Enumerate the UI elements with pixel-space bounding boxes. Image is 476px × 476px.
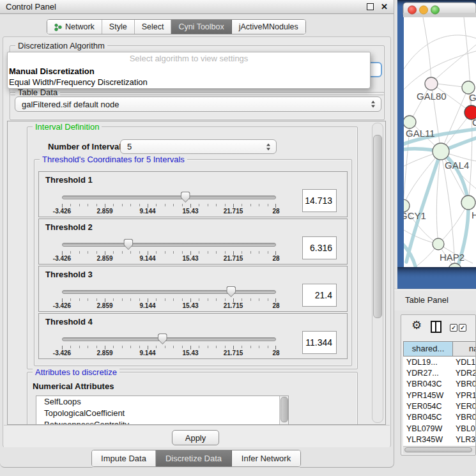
column-selector-icon[interactable] [431,321,441,333]
node-label: C [472,117,476,128]
tab-impute-data[interactable]: Impute Data [92,450,156,466]
threshold-1-value-field[interactable]: 14.713 [302,189,337,212]
horizontal-scrollbar[interactable] [403,446,476,454]
numerical-attributes-label: Numerical Attributes [33,381,114,391]
tab-infer-network[interactable]: Infer Network [232,450,300,466]
popup-option-equal-width[interactable]: Equal Width/Frequency Discretization [8,77,370,88]
close-traffic-light[interactable] [408,6,417,14]
table-row[interactable]: YPR145WYPR1 [403,390,476,401]
button-bar: Apply [4,425,390,447]
threshold-4-row: Threshold 4 -3.4262.8599.14415.4321.7152… [38,313,348,359]
node-h[interactable] [461,196,475,210]
list-scrollbar[interactable] [279,396,288,425]
algorithm-dropdown-popup: Select algorithm to view settings Manual… [7,52,371,89]
tab-label: Select [142,20,164,34]
screen: Control Panel ✕ Network Style Select Cyn… [0,0,476,476]
slider-ticks [62,298,276,301]
group-title: Threshold's Coordinates for 5 Intervals [40,155,187,164]
scrollbar-thumb[interactable] [373,135,382,318]
thresholds-group: Threshold's Coordinates for 5 Intervals … [34,159,352,366]
network-icon [54,23,62,31]
slider-scale: -3.4262.8599.14415.4321.71528 [62,208,276,215]
combobox-value: 5 [127,140,132,153]
apply-button[interactable]: Apply [172,430,219,445]
threshold-3-row: Threshold 3 -3.4262.8599.14415.4321.7152… [38,266,348,312]
threshold-1-row: Threshold 1 -3.4262.8599.14415.4321.7152… [38,171,348,217]
threshold-2-value-field[interactable]: 6.316 [302,236,337,259]
node-label: G [469,92,476,103]
threshold-label: Threshold 2 [45,222,93,232]
minimize-traffic-light[interactable] [420,6,428,14]
zoom-traffic-light[interactable] [431,6,440,14]
node-label: H [472,210,476,220]
table-row[interactable]: YBR045CYBR0 [403,412,476,423]
num-intervals-label: Number of Intervals [48,142,126,151]
threshold-4-slider[interactable]: -3.4262.8599.14415.4321.71528 [62,333,276,357]
scrollbar-thumb[interactable] [280,397,288,422]
float-window-icon[interactable] [367,3,374,10]
cyni-toolbox-panel: Discretization Algorithm Table Data galF… [3,36,391,447]
node-gal4[interactable] [433,143,449,160]
close-icon[interactable]: ✕ [381,3,388,11]
tab-cyni-toolbox[interactable]: Cyni Toolbox [171,20,231,34]
attributes-group: Attributes to discretize Numerical Attri… [27,372,358,425]
node-gal80[interactable] [425,77,438,90]
bottom-tab-bar: Impute Data Discretize Data Infer Networ… [91,450,301,467]
frame-bottom-shade [397,267,476,279]
tab-jactivemnodules[interactable]: jActiveMNodules [232,20,305,34]
node-label: GAL11 [406,128,435,139]
slider-ticks [62,251,276,254]
threshold-3-slider[interactable]: -3.4262.8599.14415.4321.71528 [62,286,276,310]
list-item[interactable]: SelfLoops [36,396,288,408]
slider-track[interactable] [62,243,276,247]
checkbox-icon[interactable]: ✓ [459,324,466,332]
table-data-combobox[interactable]: galFiltered.sif default node [15,96,381,112]
table-row[interactable]: YDR27...YDR2 [403,367,476,378]
threshold-label: Threshold 1 [45,175,93,185]
column-header-shared-name[interactable]: shared... [403,341,453,357]
table-row[interactable]: YER054CYER0 [403,401,476,411]
table-row[interactable]: YLR345WYLR3 [403,434,476,445]
tab-select[interactable]: Select [135,20,172,34]
tab-network[interactable]: Network [47,20,102,34]
checkbox-icon[interactable]: ✓ [450,324,457,332]
tab-label: Infer Network [242,450,291,466]
threshold-2-slider[interactable]: -3.4262.8599.14415.4321.71528 [62,238,276,263]
threshold-1-slider[interactable]: -3.4262.8599.14415.4321.71528 [62,191,276,215]
table-row[interactable]: YBL079WYBL0 [403,423,476,434]
group-title: Attributes to discretize [33,367,119,377]
network-view-window: GAL80 G C GAL11 GAL4 GCY1 H HAP2 [397,0,476,289]
node-hap2[interactable] [433,238,444,250]
tab-label: Network [65,20,95,34]
list-item[interactable]: BetweennessCentrality [36,419,288,425]
threshold-4-value-field[interactable]: 11.344 [302,331,337,354]
slider-thumb[interactable] [158,334,167,344]
table-panel-title: Table Panel [405,295,449,305]
slider-track[interactable] [62,196,276,199]
vertical-scrollbar[interactable] [372,123,383,423]
column-header-name[interactable]: na [453,341,476,357]
tab-label: jActiveMNodules [239,20,298,34]
tab-style[interactable]: Style [102,20,135,34]
interval-definition-group: Interval Definition Number of Intervals … [27,127,358,369]
node-gal11[interactable] [403,116,416,128]
table-row[interactable]: YBR043CYBR0 [403,379,476,390]
num-intervals-combobox[interactable]: 5 [120,139,277,154]
slider-track[interactable] [62,337,276,341]
tab-discretize-data[interactable]: Discretize Data [156,450,232,466]
table-row[interactable]: YDL19...YDL1 [403,357,476,367]
node-label: GAL4 [445,160,469,171]
popup-option-manual-discretization[interactable]: Manual Discretization [8,66,370,77]
scrollbar-thumb[interactable] [404,447,472,452]
slider-track[interactable] [62,290,276,294]
control-panel-window: Control Panel ✕ Network Style Select Cyn… [0,0,394,468]
list-item[interactable]: TopologicalCoefficient [36,408,288,419]
settings-scroll-area: Interval Definition Number of Intervals … [7,121,386,425]
slider-thumb[interactable] [226,286,236,297]
slider-scale: -3.4262.8599.14415.4321.71528 [62,302,276,310]
slider-thumb[interactable] [181,192,190,203]
slider-thumb[interactable] [123,239,133,250]
gear-icon[interactable]: ⚙ [411,319,422,332]
threshold-label: Threshold 3 [45,270,93,279]
threshold-3-value-field[interactable]: 21.4 [302,284,337,307]
